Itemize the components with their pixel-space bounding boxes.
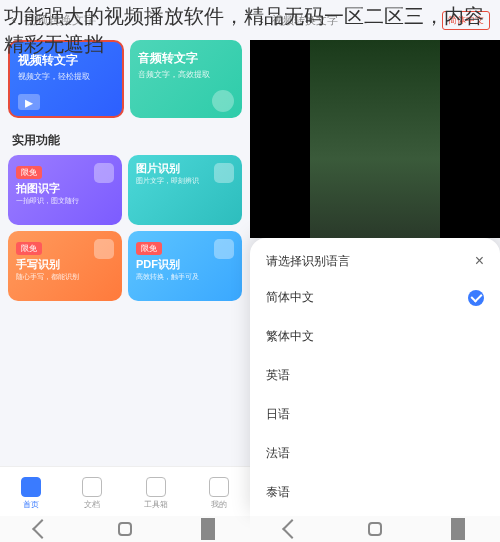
sys-recent-icon[interactable] bbox=[451, 522, 465, 536]
badge-free: 限免 bbox=[136, 242, 162, 255]
bottom-nav: 首页 文档 工具箱 我的 bbox=[0, 466, 250, 516]
tab-sub: 音频文字，高效提取 bbox=[138, 69, 234, 80]
card-image-ocr[interactable]: 图片识别 图片文字，即刻辨识 bbox=[128, 155, 242, 225]
sys-back-icon[interactable] bbox=[282, 519, 302, 539]
sys-home-icon[interactable] bbox=[368, 522, 382, 536]
lang-option-zh-tw[interactable]: 繁体中文 bbox=[266, 317, 484, 356]
check-icon bbox=[468, 290, 484, 306]
phone-left: ‹ 视频转换文字 视频转文字 视频文字，轻松提取 ▸ 音频转文字 音频文字，高效… bbox=[0, 0, 250, 542]
card-sub: 一拍即识，图文随行 bbox=[16, 196, 114, 206]
overlay-caption: 功能强大的视频播放软件，精品无码一区二区三，内容精彩无遮挡 bbox=[0, 0, 500, 60]
card-title: 手写识别 bbox=[16, 257, 114, 272]
section-title: 实用功能 bbox=[0, 126, 250, 155]
card-sub: 图片文字，即刻辨识 bbox=[136, 176, 234, 186]
card-pdf[interactable]: 限免 PDF识别 高效转换，触手可及 bbox=[128, 231, 242, 301]
badge-free: 限免 bbox=[16, 242, 42, 255]
lang-option-zh-cn[interactable]: 简体中文 bbox=[266, 278, 484, 317]
sys-back-icon[interactable] bbox=[32, 519, 52, 539]
nav-me[interactable]: 我的 bbox=[209, 477, 229, 510]
tab-sub: 视频文字，轻松提取 bbox=[18, 71, 114, 82]
mic-icon bbox=[212, 90, 234, 112]
nav-tools[interactable]: 工具箱 bbox=[144, 477, 168, 510]
lang-option-en[interactable]: 英语 bbox=[266, 356, 484, 395]
sheet-title: 请选择识别语言 bbox=[266, 253, 350, 270]
close-icon[interactable]: × bbox=[475, 252, 484, 270]
sys-home-icon[interactable] bbox=[118, 522, 132, 536]
system-nav bbox=[0, 516, 250, 542]
nav-home[interactable]: 首页 bbox=[21, 477, 41, 510]
lang-option-ja[interactable]: 日语 bbox=[266, 395, 484, 434]
card-camera-ocr[interactable]: 限免 拍图识字 一拍即识，图文随行 bbox=[8, 155, 122, 225]
play-icon: ▸ bbox=[18, 94, 40, 110]
nav-docs[interactable]: 文档 bbox=[82, 477, 102, 510]
lang-option-th[interactable]: 泰语 bbox=[266, 473, 484, 512]
card-title: PDF识别 bbox=[136, 257, 234, 272]
home-icon bbox=[21, 477, 41, 497]
video-frame bbox=[310, 40, 440, 238]
badge-free: 限免 bbox=[16, 166, 42, 179]
user-icon bbox=[209, 477, 229, 497]
card-handwriting[interactable]: 限免 手写识别 随心手写，都能识别 bbox=[8, 231, 122, 301]
language-sheet: 请选择识别语言 × 简体中文 繁体中文 英语 日语 法语 泰语 bbox=[250, 238, 500, 516]
card-title: 拍图识字 bbox=[16, 181, 114, 196]
system-nav bbox=[250, 516, 500, 542]
doc-icon bbox=[82, 477, 102, 497]
sys-recent-icon[interactable] bbox=[201, 522, 215, 536]
pen-icon bbox=[94, 239, 114, 259]
card-sub: 随心手写，都能识别 bbox=[16, 272, 114, 282]
camera-icon bbox=[94, 163, 114, 183]
toolbox-icon bbox=[146, 477, 166, 497]
phone-right: ‹ 视频转换文字 简体中文 请选择识别语言 × 简体中文 繁体中文 英语 日语 … bbox=[250, 0, 500, 542]
card-sub: 高效转换，触手可及 bbox=[136, 272, 234, 282]
pdf-icon bbox=[214, 239, 234, 259]
video-preview bbox=[250, 40, 500, 238]
lang-option-fr[interactable]: 法语 bbox=[266, 434, 484, 473]
